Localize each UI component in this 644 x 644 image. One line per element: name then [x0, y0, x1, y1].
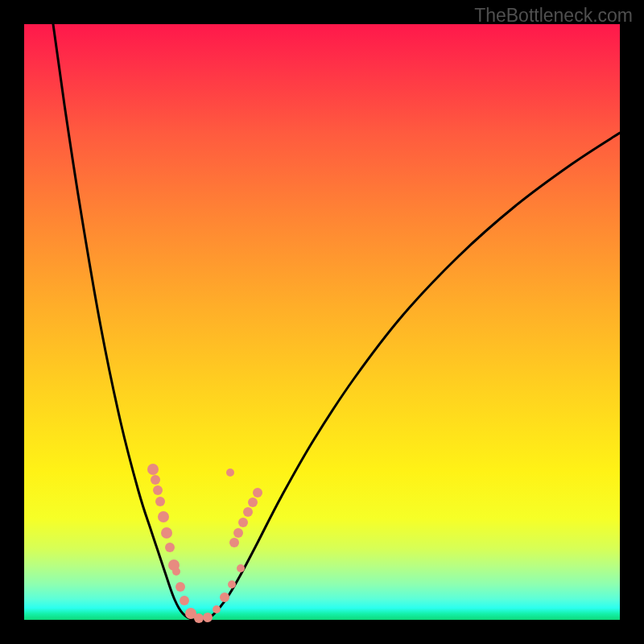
marker-dot [147, 464, 159, 475]
marker-dot [155, 497, 165, 506]
marker-dot [203, 613, 213, 622]
marker-dot [253, 488, 262, 497]
marker-dot [233, 528, 243, 538]
marker-dot [158, 511, 169, 522]
marker-dot [194, 613, 204, 623]
marker-dot [229, 538, 239, 547]
marker-group [147, 464, 262, 623]
marker-dot [228, 580, 236, 588]
watermark-text: TheBottleneck.com [474, 5, 633, 27]
marker-dot [213, 605, 221, 613]
series-group [53, 24, 620, 620]
marker-dot [226, 469, 234, 477]
marker-dot [180, 596, 189, 605]
marker-dot [161, 527, 172, 539]
marker-dot [220, 592, 229, 602]
marker-dot [237, 564, 245, 572]
marker-dot [172, 568, 180, 576]
marker-dot [238, 518, 248, 527]
marker-dot [175, 582, 185, 592]
marker-dot [248, 497, 258, 507]
series-left-curve [53, 24, 193, 620]
marker-dot [151, 475, 160, 485]
marker-dot [153, 485, 163, 495]
chart-svg [24, 24, 620, 620]
plot-area [24, 24, 620, 620]
marker-dot [243, 507, 253, 517]
chart-frame: TheBottleneck.com [0, 0, 644, 644]
marker-dot [165, 543, 175, 552]
series-right-curve [205, 133, 620, 620]
